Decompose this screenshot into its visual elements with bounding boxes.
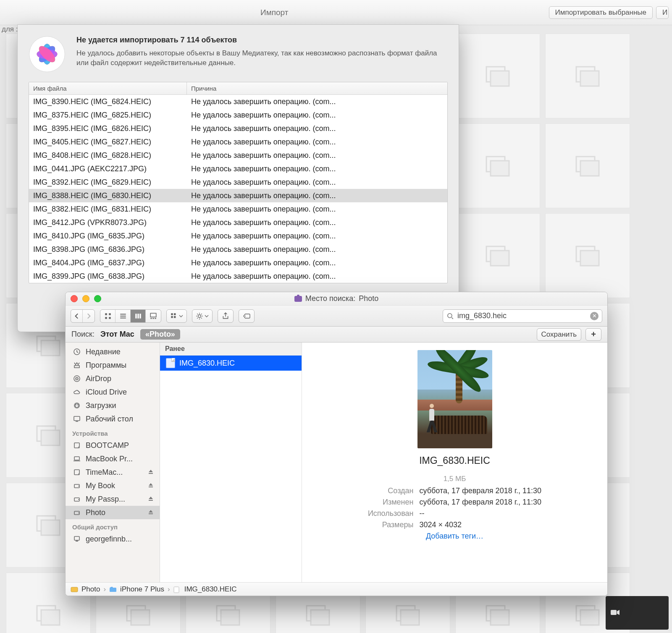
hdd-icon [72,441,81,450]
finder-title-folder: Photo [359,294,378,303]
sidebar-item[interactable]: georgefinnb... [66,532,160,546]
sidebar-item[interactable]: MacBook Pr... [66,452,160,466]
sidebar-item[interactable]: AirDrop [66,372,160,385]
sidebar-item[interactable]: Рабочий стол [66,412,160,426]
sidebar-item-label: iCloud Drive [86,388,154,397]
error-row[interactable]: IMG_8390.HEIC (IMG_6824.HEIC)Не удалось … [29,95,447,108]
path-crumb[interactable]: Photo [81,585,100,594]
error-subtext: Не удалось добавить некоторые объекты в … [76,49,448,68]
path-bar[interactable]: Photo›iPhone 7 Plus›IMG_6830.HEIC [66,582,607,596]
import-selected-button[interactable]: Импортировать выбранные [549,6,653,19]
scope-this-mac[interactable]: Этот Мас [100,330,134,339]
preview-thumbnail[interactable] [417,350,492,448]
svg-point-129 [76,378,77,379]
ext-hdd-icon [72,508,81,517]
sidebar-item-label: Программы [86,361,154,370]
error-row[interactable]: IMG_8375.HEIC (IMG_6825.HEIC)Не удалось … [29,108,447,122]
sidebar-item[interactable]: My Book [66,479,160,492]
eject-icon[interactable] [148,508,154,517]
error-row[interactable]: IMG_8392.HEIC (IMG_6829.HEIC)Не удалось … [29,175,447,189]
nav-back-forward[interactable] [71,309,95,323]
svg-rect-13 [580,71,599,86]
sidebar-item[interactable]: Недавние [66,345,160,358]
sidebar-section-shared: Общий доступ [66,519,160,532]
error-row[interactable]: IMG_8395.HEIC (IMG_6826.HEIC)Не удалось … [29,122,447,135]
error-row[interactable]: IMG_8412.JPG (VPKR8073.JPG)Не удалось за… [29,216,447,229]
svg-point-140 [78,499,79,500]
search-results-column[interactable]: Ранее IMG_6830.HEIC [160,343,302,582]
error-row-file: IMG_8404.JPG (IMG_6837.JPG) [29,257,187,269]
error-row[interactable]: IMG_8399.JPG (IMG_6838.JPG)Не удалось за… [29,269,447,283]
error-rows[interactable]: IMG_8390.HEIC (IMG_6824.HEIC)Не удалось … [29,95,447,283]
import-all-button-fragment[interactable]: И [656,6,669,19]
error-row[interactable]: IMG_8405.HEIC (IMG_6827.HEIC)Не удалось … [29,135,447,149]
share-button[interactable] [218,309,234,323]
sidebar-item[interactable]: My Passp... [66,492,160,506]
search-input[interactable] [457,311,587,320]
error-row-reason: Не удалось завершить операцию. (com... [187,150,447,161]
sidebar-item[interactable]: iCloud Drive [66,385,160,399]
finder-sidebar[interactable]: НедавниеПрограммыAirDropiCloud DriveЗагр… [66,343,160,582]
error-row[interactable]: IMG_8388.HEIC (IMG_6830.HEIC)Не удалось … [29,189,447,202]
error-row[interactable]: IMG_8398.JPG (IMG_6836.JPG)Не удалось за… [29,243,447,256]
traffic-lights[interactable] [71,295,101,302]
error-row[interactable]: IMG_8382.HEIC (IMG_6831.HEIC)Не удалось … [29,202,447,216]
view-column-button[interactable] [131,310,146,322]
nav-forward-button[interactable] [83,310,94,322]
save-search-button[interactable]: Сохранить [537,328,581,341]
sidebar-item-label: AirDrop [86,374,154,383]
view-gallery-button[interactable] [146,310,161,322]
svg-rect-145 [71,587,78,592]
svg-rect-43 [41,340,60,356]
view-icon-button[interactable] [100,310,116,322]
close-button[interactable] [71,295,78,302]
col-header-reason[interactable]: Причина [187,82,447,94]
error-row[interactable]: IMG_8404.JPG (IMG_6837.JPG)Не удалось за… [29,256,447,269]
path-crumb[interactable]: IMG_6830.HEIC [184,585,237,594]
svg-rect-121 [174,316,176,318]
svg-rect-134 [74,457,79,460]
view-mode-segment[interactable] [100,309,161,323]
eject-icon[interactable] [148,495,154,504]
error-row[interactable]: IMG_0441.JPG (AEKC2217.JPG)Не удалось за… [29,162,447,175]
sidebar-item[interactable]: BOOTCAMP [66,439,160,452]
svg-rect-111 [135,314,136,318]
error-row-file: IMG_8388.HEIC (IMG_6830.HEIC) [29,190,187,201]
error-row-file: IMG_8390.HEIC (IMG_6824.HEIC) [29,96,187,107]
result-item[interactable]: IMG_6830.HEIC [160,356,302,371]
view-list-button[interactable] [116,310,131,322]
finder-titlebar[interactable]: Место поиска: Photo [66,292,607,306]
svg-rect-11 [491,71,509,86]
add-tags-link[interactable]: Добавить теги… [426,532,483,541]
error-row-file: IMG_8392.HEIC (IMG_6829.HEIC) [29,177,187,188]
scope-photo[interactable]: «Photo» [140,329,180,340]
eject-icon[interactable] [148,468,154,477]
minimize-button[interactable] [82,295,89,302]
preview-filename: IMG_6830.HEIC [419,455,490,466]
desktop-icon [72,414,81,424]
sidebar-item[interactable]: TimeMac... [66,466,160,479]
zoom-button[interactable] [94,295,101,302]
arrange-button[interactable] [166,309,187,323]
error-row-reason: Не удалось завершить операцию. (com... [187,217,447,228]
error-row-file: IMG_0441.JPG (AEKC2217.JPG) [29,163,187,175]
sidebar-item[interactable]: Загрузки [66,399,160,412]
error-row[interactable]: IMG_8408.HEIC (IMG_6828.HEIC)Не удалось … [29,149,447,162]
add-criteria-button[interactable]: + [585,328,601,341]
sidebar-item[interactable]: Программы [66,358,160,372]
svg-rect-87 [131,610,150,625]
tags-button[interactable] [239,309,255,323]
hdd-icon [72,468,81,477]
col-header-file[interactable]: Имя файла [29,82,187,94]
path-crumb[interactable]: iPhone 7 Plus [120,585,164,594]
sidebar-item[interactable]: Photo [66,506,160,519]
action-gear-button[interactable] [192,309,213,323]
eject-icon[interactable] [148,481,154,490]
search-field[interactable]: ✕ [443,309,602,323]
error-row-reason: Не удалось завершить операцию. (com... [187,190,447,201]
error-row[interactable]: IMG_8410.JPG (IMG_6835.JPG)Не удалось за… [29,229,447,243]
finder-window: Место поиска: Photo [65,292,608,596]
error-row-file: IMG_8408.HEIC (IMG_6828.HEIC) [29,150,187,161]
clear-search-button[interactable]: ✕ [590,312,598,320]
nav-back-button[interactable] [71,310,83,322]
